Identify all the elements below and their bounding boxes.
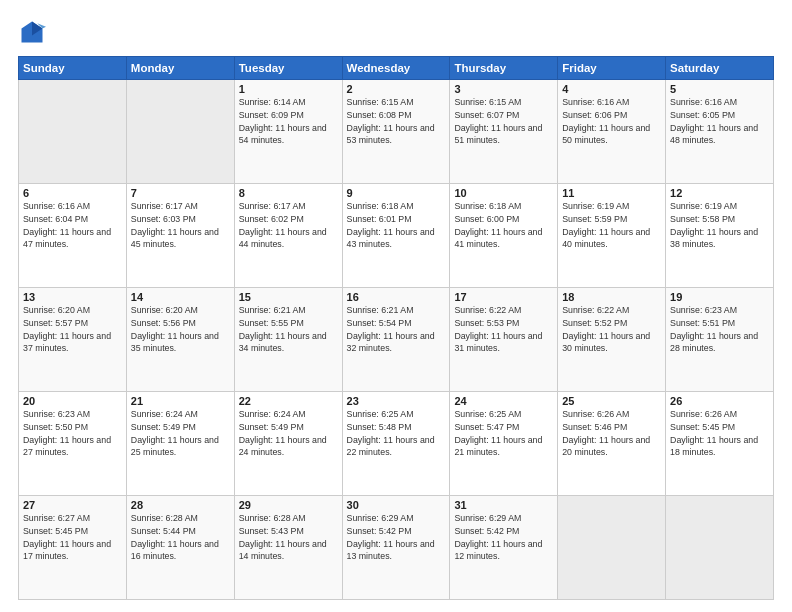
calendar-cell: 29Sunrise: 6:28 AMSunset: 5:43 PMDayligh… xyxy=(234,496,342,600)
page: SundayMondayTuesdayWednesdayThursdayFrid… xyxy=(0,0,792,612)
day-number: 16 xyxy=(347,291,446,303)
day-number: 10 xyxy=(454,187,553,199)
day-number: 24 xyxy=(454,395,553,407)
day-number: 6 xyxy=(23,187,122,199)
day-info: Sunrise: 6:28 AMSunset: 5:43 PMDaylight:… xyxy=(239,512,338,563)
day-info: Sunrise: 6:19 AMSunset: 5:59 PMDaylight:… xyxy=(562,200,661,251)
day-info: Sunrise: 6:20 AMSunset: 5:57 PMDaylight:… xyxy=(23,304,122,355)
week-row-4: 20Sunrise: 6:23 AMSunset: 5:50 PMDayligh… xyxy=(19,392,774,496)
logo-icon xyxy=(18,18,46,46)
week-row-2: 6Sunrise: 6:16 AMSunset: 6:04 PMDaylight… xyxy=(19,184,774,288)
calendar-cell: 5Sunrise: 6:16 AMSunset: 6:05 PMDaylight… xyxy=(666,80,774,184)
calendar-table: SundayMondayTuesdayWednesdayThursdayFrid… xyxy=(18,56,774,600)
calendar-cell: 10Sunrise: 6:18 AMSunset: 6:00 PMDayligh… xyxy=(450,184,558,288)
calendar-cell: 28Sunrise: 6:28 AMSunset: 5:44 PMDayligh… xyxy=(126,496,234,600)
calendar-cell: 25Sunrise: 6:26 AMSunset: 5:46 PMDayligh… xyxy=(558,392,666,496)
day-number: 5 xyxy=(670,83,769,95)
calendar-cell xyxy=(19,80,127,184)
weekday-header-sunday: Sunday xyxy=(19,57,127,80)
weekday-header-tuesday: Tuesday xyxy=(234,57,342,80)
weekday-header-saturday: Saturday xyxy=(666,57,774,80)
calendar-cell: 8Sunrise: 6:17 AMSunset: 6:02 PMDaylight… xyxy=(234,184,342,288)
day-info: Sunrise: 6:29 AMSunset: 5:42 PMDaylight:… xyxy=(347,512,446,563)
day-number: 20 xyxy=(23,395,122,407)
day-number: 30 xyxy=(347,499,446,511)
weekday-header-thursday: Thursday xyxy=(450,57,558,80)
header xyxy=(18,18,774,46)
weekday-header-friday: Friday xyxy=(558,57,666,80)
calendar-cell: 23Sunrise: 6:25 AMSunset: 5:48 PMDayligh… xyxy=(342,392,450,496)
day-info: Sunrise: 6:18 AMSunset: 6:01 PMDaylight:… xyxy=(347,200,446,251)
day-number: 13 xyxy=(23,291,122,303)
day-number: 21 xyxy=(131,395,230,407)
weekday-header-row: SundayMondayTuesdayWednesdayThursdayFrid… xyxy=(19,57,774,80)
day-info: Sunrise: 6:23 AMSunset: 5:50 PMDaylight:… xyxy=(23,408,122,459)
day-info: Sunrise: 6:25 AMSunset: 5:48 PMDaylight:… xyxy=(347,408,446,459)
calendar-cell xyxy=(126,80,234,184)
day-info: Sunrise: 6:20 AMSunset: 5:56 PMDaylight:… xyxy=(131,304,230,355)
day-number: 29 xyxy=(239,499,338,511)
day-info: Sunrise: 6:16 AMSunset: 6:06 PMDaylight:… xyxy=(562,96,661,147)
day-info: Sunrise: 6:28 AMSunset: 5:44 PMDaylight:… xyxy=(131,512,230,563)
calendar-cell: 18Sunrise: 6:22 AMSunset: 5:52 PMDayligh… xyxy=(558,288,666,392)
day-info: Sunrise: 6:25 AMSunset: 5:47 PMDaylight:… xyxy=(454,408,553,459)
day-info: Sunrise: 6:22 AMSunset: 5:52 PMDaylight:… xyxy=(562,304,661,355)
day-number: 3 xyxy=(454,83,553,95)
calendar-cell: 30Sunrise: 6:29 AMSunset: 5:42 PMDayligh… xyxy=(342,496,450,600)
day-info: Sunrise: 6:15 AMSunset: 6:08 PMDaylight:… xyxy=(347,96,446,147)
day-number: 12 xyxy=(670,187,769,199)
day-info: Sunrise: 6:24 AMSunset: 5:49 PMDaylight:… xyxy=(131,408,230,459)
calendar-cell: 15Sunrise: 6:21 AMSunset: 5:55 PMDayligh… xyxy=(234,288,342,392)
week-row-3: 13Sunrise: 6:20 AMSunset: 5:57 PMDayligh… xyxy=(19,288,774,392)
day-number: 27 xyxy=(23,499,122,511)
day-number: 7 xyxy=(131,187,230,199)
calendar-cell: 16Sunrise: 6:21 AMSunset: 5:54 PMDayligh… xyxy=(342,288,450,392)
day-info: Sunrise: 6:26 AMSunset: 5:45 PMDaylight:… xyxy=(670,408,769,459)
calendar-cell: 3Sunrise: 6:15 AMSunset: 6:07 PMDaylight… xyxy=(450,80,558,184)
calendar-cell xyxy=(666,496,774,600)
calendar-cell: 9Sunrise: 6:18 AMSunset: 6:01 PMDaylight… xyxy=(342,184,450,288)
day-info: Sunrise: 6:16 AMSunset: 6:05 PMDaylight:… xyxy=(670,96,769,147)
day-number: 11 xyxy=(562,187,661,199)
calendar-cell: 13Sunrise: 6:20 AMSunset: 5:57 PMDayligh… xyxy=(19,288,127,392)
day-number: 8 xyxy=(239,187,338,199)
day-info: Sunrise: 6:21 AMSunset: 5:54 PMDaylight:… xyxy=(347,304,446,355)
day-info: Sunrise: 6:19 AMSunset: 5:58 PMDaylight:… xyxy=(670,200,769,251)
day-info: Sunrise: 6:14 AMSunset: 6:09 PMDaylight:… xyxy=(239,96,338,147)
day-info: Sunrise: 6:17 AMSunset: 6:03 PMDaylight:… xyxy=(131,200,230,251)
calendar-cell: 1Sunrise: 6:14 AMSunset: 6:09 PMDaylight… xyxy=(234,80,342,184)
calendar-cell: 26Sunrise: 6:26 AMSunset: 5:45 PMDayligh… xyxy=(666,392,774,496)
day-number: 26 xyxy=(670,395,769,407)
day-number: 28 xyxy=(131,499,230,511)
day-info: Sunrise: 6:27 AMSunset: 5:45 PMDaylight:… xyxy=(23,512,122,563)
week-row-1: 1Sunrise: 6:14 AMSunset: 6:09 PMDaylight… xyxy=(19,80,774,184)
day-info: Sunrise: 6:22 AMSunset: 5:53 PMDaylight:… xyxy=(454,304,553,355)
calendar-cell: 11Sunrise: 6:19 AMSunset: 5:59 PMDayligh… xyxy=(558,184,666,288)
day-number: 1 xyxy=(239,83,338,95)
weekday-header-wednesday: Wednesday xyxy=(342,57,450,80)
day-info: Sunrise: 6:23 AMSunset: 5:51 PMDaylight:… xyxy=(670,304,769,355)
day-info: Sunrise: 6:17 AMSunset: 6:02 PMDaylight:… xyxy=(239,200,338,251)
calendar-cell xyxy=(558,496,666,600)
day-number: 22 xyxy=(239,395,338,407)
calendar-cell: 12Sunrise: 6:19 AMSunset: 5:58 PMDayligh… xyxy=(666,184,774,288)
day-number: 17 xyxy=(454,291,553,303)
calendar-cell: 27Sunrise: 6:27 AMSunset: 5:45 PMDayligh… xyxy=(19,496,127,600)
calendar-cell: 17Sunrise: 6:22 AMSunset: 5:53 PMDayligh… xyxy=(450,288,558,392)
logo xyxy=(18,18,50,46)
week-row-5: 27Sunrise: 6:27 AMSunset: 5:45 PMDayligh… xyxy=(19,496,774,600)
calendar-cell: 2Sunrise: 6:15 AMSunset: 6:08 PMDaylight… xyxy=(342,80,450,184)
calendar-cell: 31Sunrise: 6:29 AMSunset: 5:42 PMDayligh… xyxy=(450,496,558,600)
day-number: 9 xyxy=(347,187,446,199)
day-info: Sunrise: 6:21 AMSunset: 5:55 PMDaylight:… xyxy=(239,304,338,355)
day-info: Sunrise: 6:16 AMSunset: 6:04 PMDaylight:… xyxy=(23,200,122,251)
calendar-cell: 14Sunrise: 6:20 AMSunset: 5:56 PMDayligh… xyxy=(126,288,234,392)
calendar-cell: 20Sunrise: 6:23 AMSunset: 5:50 PMDayligh… xyxy=(19,392,127,496)
calendar-cell: 19Sunrise: 6:23 AMSunset: 5:51 PMDayligh… xyxy=(666,288,774,392)
day-number: 14 xyxy=(131,291,230,303)
calendar-cell: 6Sunrise: 6:16 AMSunset: 6:04 PMDaylight… xyxy=(19,184,127,288)
day-info: Sunrise: 6:15 AMSunset: 6:07 PMDaylight:… xyxy=(454,96,553,147)
day-info: Sunrise: 6:18 AMSunset: 6:00 PMDaylight:… xyxy=(454,200,553,251)
day-number: 15 xyxy=(239,291,338,303)
day-number: 2 xyxy=(347,83,446,95)
